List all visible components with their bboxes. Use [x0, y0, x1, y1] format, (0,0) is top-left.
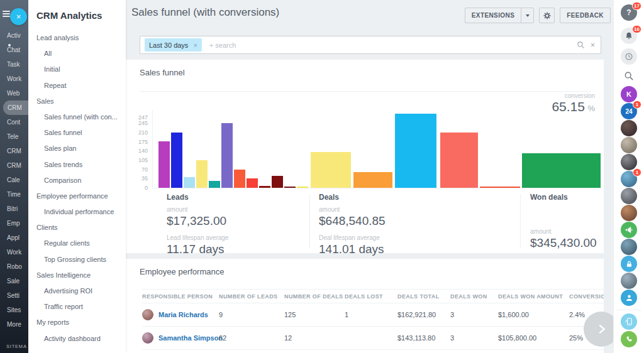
rail-item-work-15[interactable]: Work [0, 245, 28, 259]
funnel-bar-leads-3[interactable] [196, 160, 208, 188]
sidebar-item-initial[interactable]: Initial [28, 62, 126, 77]
sidebar-item-clients[interactable]: Clients [28, 220, 126, 236]
sidebar-item-my-reports[interactable]: My reports [28, 315, 126, 330]
sidebar-item-sales-trends[interactable]: Sales trends [28, 157, 126, 173]
avatar[interactable]: 1 [621, 171, 637, 187]
sidebar-item-sales-intelligence[interactable]: Sales Intelligence [28, 268, 126, 283]
avatar[interactable] [621, 120, 637, 136]
funnel-bar-leads-2[interactable] [184, 177, 195, 188]
telephony-icon[interactable] [621, 331, 637, 347]
funnel-bar-leads-4[interactable] [209, 181, 220, 188]
rail-item-crm-5[interactable]: CRM [3, 100, 28, 115]
sitemap-link[interactable]: SITEMA [6, 344, 27, 349]
collapse-menu-button[interactable]: × [10, 8, 27, 25]
clear-filter-icon[interactable]: × [591, 41, 595, 49]
rail-item-activ-0[interactable]: Activ [0, 28, 28, 43]
security-icon[interactable] [621, 256, 637, 272]
sidebar-item-sales-funnel-with-con-[interactable]: Sales funnel (with con... [28, 109, 126, 125]
funnel-bar-deals-16[interactable] [480, 187, 520, 188]
funnel-bar-leads-7[interactable] [247, 178, 258, 188]
rail-item-tele-7[interactable]: Tele [0, 129, 28, 144]
stage-amount-label: amount [530, 228, 597, 235]
bitrix24-icon[interactable]: 241 [621, 103, 637, 119]
sidebar-item-all[interactable]: All [28, 46, 126, 62]
settings-button[interactable] [539, 8, 555, 23]
sidebar-item-sales[interactable]: Sales [28, 94, 126, 109]
sidebar-item-regular-clients[interactable]: Regular clients [28, 236, 126, 251]
funnel-bar-leads-5[interactable] [221, 123, 233, 188]
announcements-icon[interactable] [621, 222, 637, 238]
hamburger-menu-icon[interactable] [3, 11, 10, 17]
sidebar-item-sales-funnel[interactable]: Sales funnel [28, 125, 126, 141]
avatar[interactable] [621, 205, 637, 221]
avatar[interactable] [621, 188, 637, 204]
sidebar-item-lead-analysis[interactable]: Lead analysis [28, 30, 126, 46]
extensions-button[interactable]: EXTENSIONS [465, 8, 534, 23]
person-link[interactable]: Maria Richards [158, 311, 208, 318]
funnel-bar-leads-11[interactable] [297, 187, 308, 188]
rail-item-cale-10[interactable]: Cale [0, 173, 28, 187]
funnel-bar-leads-9[interactable] [272, 176, 283, 188]
avatar[interactable] [621, 239, 637, 255]
person-link[interactable]: Samantha Simpson [158, 334, 223, 342]
chip-remove-icon[interactable]: × [193, 41, 197, 49]
funnel-bar-leads-1[interactable] [171, 133, 182, 188]
funnel-bar-deals-12[interactable] [311, 152, 351, 188]
profile-k-icon[interactable]: K [621, 86, 637, 102]
sidebar-item-traffic-report[interactable]: Traffic report [28, 299, 126, 315]
chevron-down-icon [526, 14, 530, 17]
sidebar-title: CRM Analytics [28, 0, 126, 21]
rail-item-sale-17[interactable]: Sale [0, 274, 28, 288]
sidebar-item-sales-plan[interactable]: Sales plan [28, 141, 126, 156]
funnel-bar-deals-14[interactable] [395, 114, 436, 188]
avatar[interactable] [621, 273, 637, 289]
rail-item-crm-8[interactable]: CRM [0, 144, 28, 158]
rail-item-sites-19[interactable]: Sites [0, 303, 28, 317]
history-icon[interactable] [621, 48, 637, 65]
sidebar-item-comparison[interactable]: Comparison [28, 173, 126, 188]
rail-item-cont-6[interactable]: Cont [0, 115, 28, 129]
sidebar-item-individual-performance[interactable]: Individual performance [28, 204, 126, 220]
filter-search-bar[interactable]: Last 30 days × + search × [140, 36, 601, 54]
header-actions: EXTENSIONS FEEDBACK [465, 8, 611, 23]
sales-funnel-section: Sales funnel conversion 65.15 % 03570105… [126, 60, 604, 253]
filter-bar-icons: × [577, 36, 595, 53]
profile-icon[interactable] [621, 290, 637, 306]
mobile-app-icon[interactable] [621, 313, 637, 330]
y-tick-0: 0 [145, 185, 148, 191]
cell-deals-lost: 1 [345, 311, 397, 318]
sidebar-item-activity-dashboard[interactable]: Activity dashboard [28, 331, 126, 347]
rail-item-crm-9[interactable]: CRM [0, 158, 28, 173]
search-icon[interactable] [577, 41, 585, 49]
funnel-bar-won-deals-17[interactable] [522, 153, 601, 188]
filter-chip-last-30-days[interactable]: Last 30 days × [145, 38, 202, 52]
avatar[interactable] [621, 137, 637, 153]
sidebar-item-top-grossing-clients[interactable]: Top Grossing clients [28, 252, 126, 268]
funnel-bar-deals-15[interactable] [440, 133, 478, 188]
rail-item-bitri-12[interactable]: Bitri [0, 202, 28, 216]
funnel-bar-deals-13[interactable] [353, 172, 392, 188]
rail-item-time-11[interactable]: Time [0, 187, 28, 202]
sidebar-item-repeat[interactable]: Repeat [28, 78, 126, 94]
funnel-bar-leads-6[interactable] [234, 170, 245, 188]
feedback-button[interactable]: FEEDBACK [560, 8, 611, 23]
rail-item-web-4[interactable]: Web [0, 86, 28, 100]
rail-item-emp-13[interactable]: Emp [0, 216, 28, 231]
rail-item-appl-14[interactable]: Appl [0, 231, 28, 245]
rail-item-task-2[interactable]: Task [0, 57, 28, 72]
rail-item-chat-1[interactable]: Chat [0, 43, 28, 57]
funnel-bar-leads-0[interactable] [158, 141, 170, 188]
help-icon[interactable]: ?17 [621, 4, 637, 21]
rail-item-more-20[interactable]: More [0, 317, 28, 332]
sidebar-item-advertising-roi[interactable]: Advertising ROI [28, 283, 126, 299]
rail-item-setti-18[interactable]: Setti [0, 288, 28, 303]
search-icon[interactable] [621, 68, 637, 84]
avatar[interactable] [621, 154, 637, 170]
extensions-dropdown-toggle[interactable] [521, 8, 533, 23]
rail-item-work-3[interactable]: Work [0, 72, 28, 86]
sidebar-item-employee-performance[interactable]: Employee performance [28, 188, 126, 204]
rail-item-robo-16[interactable]: Robo [0, 259, 28, 274]
funnel-bar-leads-10[interactable] [284, 187, 296, 188]
funnel-bar-leads-8[interactable] [259, 186, 270, 188]
notifications-icon[interactable]: 16 [621, 28, 637, 44]
